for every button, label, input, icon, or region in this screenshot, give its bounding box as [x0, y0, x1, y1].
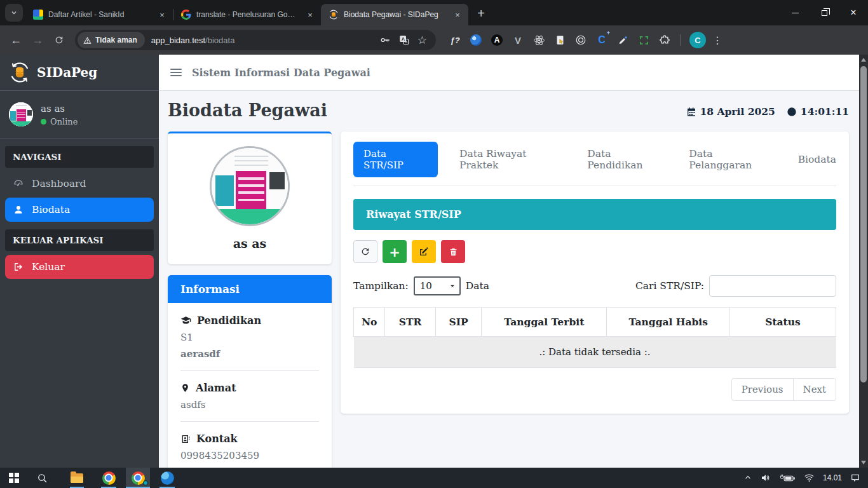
back-button[interactable]: ← [6, 30, 25, 50]
taskbar-chrome-2-active[interactable] [126, 468, 150, 488]
delete-button[interactable] [441, 240, 465, 263]
sidebar-item-biodata[interactable]: Biodata [5, 198, 154, 222]
online-status-dot [41, 119, 46, 125]
col-status[interactable]: Status [729, 308, 836, 337]
user-avatar[interactable] [9, 102, 33, 126]
sidebar-item-logout[interactable]: Keluar [5, 255, 154, 279]
vue-devtools-icon[interactable]: V [512, 34, 524, 46]
app-sidebar: SIDaPeg as as Online NAVIGASI Dashboard [0, 55, 159, 468]
wifi-icon[interactable] [804, 473, 815, 483]
extensions-puzzle-icon[interactable] [658, 34, 671, 46]
app-title: Sistem Informasi Data Pegawai [192, 67, 370, 79]
col-sip[interactable]: SIP [436, 308, 482, 337]
col-no[interactable]: No [354, 308, 385, 337]
page-ruler-icon[interactable] [553, 34, 566, 46]
plus-icon: + [389, 244, 400, 260]
taskbar-search-button[interactable] [28, 468, 56, 488]
col-tanggal-terbit[interactable]: Tanggal Terbit [482, 308, 607, 337]
tab-close-icon[interactable]: × [452, 9, 463, 20]
toolbar-separator [680, 34, 681, 46]
current-date: 18 April 2025 [700, 105, 775, 118]
browser-toolbar: ← → Tidak aman app_bidan.test/biodata A … [0, 25, 868, 55]
logout-icon [13, 261, 24, 273]
refresh-button[interactable] [353, 240, 377, 263]
contact-phone: 0998435203459 [180, 450, 319, 461]
search-icon [37, 473, 48, 484]
add-button[interactable]: + [383, 240, 407, 263]
target-extension-icon[interactable] [574, 34, 587, 46]
eyedropper-icon[interactable] [616, 34, 629, 46]
colorzilla-icon[interactable]: C [595, 34, 608, 46]
new-tab-button[interactable]: + [472, 4, 490, 22]
window-controls: × [780, 0, 868, 25]
translate-icon[interactable]: A [398, 34, 410, 46]
action-center-icon[interactable] [850, 473, 860, 483]
search-input[interactable] [709, 275, 836, 297]
tab-data-riwayat-praktek[interactable]: Data Riwayat Praktek [459, 148, 566, 171]
browser-tab-active[interactable]: Biodata Pegawai - SIDaPeg × [321, 4, 468, 25]
tab-title: translate - Penelusuran Google [196, 10, 299, 19]
address-value: asdfs [180, 399, 319, 410]
user-name[interactable]: as as [41, 103, 78, 114]
education-label: Pendidikan [197, 315, 261, 327]
tab-data-pelanggaran[interactable]: Data Pelanggaran [689, 148, 776, 171]
col-tanggal-habis[interactable]: Tanggal Habis [607, 308, 730, 337]
browser-tab-2[interactable]: translate - Penelusuran Google × [173, 4, 321, 25]
taskbar: 14.01 [0, 468, 868, 488]
edit-button[interactable] [412, 240, 436, 263]
minimize-button[interactable] [780, 0, 810, 25]
tab-data-pendidikan[interactable]: Data Pendidikan [587, 148, 667, 171]
function-extension-icon[interactable]: ƒ? [449, 34, 461, 46]
page-size-select[interactable]: 10 [414, 276, 461, 295]
brand[interactable]: SIDaPeg [0, 55, 159, 91]
password-key-icon[interactable] [379, 34, 391, 46]
sidapeg-favicon [329, 10, 339, 20]
dashboard-gauge-icon [13, 178, 24, 189]
browser-profile-avatar[interactable]: C [689, 32, 706, 48]
hamburger-menu-icon[interactable] [170, 67, 182, 78]
sidebar-item-dashboard[interactable]: Dashboard [5, 172, 154, 196]
bookmark-star-icon[interactable]: ☆ [417, 34, 427, 47]
taskbar-clock[interactable]: 14.01 [823, 473, 842, 482]
profile-photo[interactable] [210, 146, 290, 226]
a-circle-extension-icon[interactable]: A [491, 34, 503, 46]
scroll-up-arrow[interactable] [859, 55, 868, 65]
page-scrollbar[interactable] [859, 55, 868, 468]
system-tray: 14.01 [743, 468, 868, 488]
battery-icon[interactable] [779, 473, 796, 483]
previous-button[interactable]: Previous [731, 378, 794, 401]
swirl-extension-icon[interactable] [470, 34, 482, 46]
start-button[interactable] [0, 468, 28, 488]
taskbar-blue-app[interactable] [155, 468, 179, 488]
tray-chevron-up-icon[interactable] [743, 473, 752, 482]
url-path: /biodata [205, 36, 234, 45]
volume-icon[interactable] [761, 473, 771, 483]
tab-search-button[interactable] [5, 4, 23, 22]
taskbar-explorer[interactable] [65, 468, 89, 488]
restore-button[interactable] [810, 0, 839, 25]
education-institution: aerasdf [180, 348, 319, 360]
tab-data-str-sip[interactable]: Data STR/SIP [353, 142, 438, 177]
browser-tab-1[interactable]: Daftar Artikel - SanikId × [25, 4, 173, 25]
browser-menu-button[interactable]: ⋮ [711, 34, 724, 46]
scroll-down-arrow[interactable] [859, 458, 868, 468]
tab-close-icon[interactable]: × [156, 9, 168, 20]
tab-biodata[interactable]: Biodata [798, 154, 836, 165]
react-devtools-icon[interactable] [532, 34, 545, 46]
forward-button[interactable]: → [28, 30, 47, 50]
selection-corners-icon[interactable] [637, 34, 650, 46]
show-suffix: Data [466, 280, 489, 292]
scrollbar-thumb[interactable] [860, 66, 867, 383]
security-badge[interactable]: Tidak aman [78, 32, 145, 48]
chevron-down-icon [449, 283, 456, 289]
close-button[interactable]: × [839, 0, 868, 25]
person-icon [13, 204, 24, 215]
next-button[interactable]: Next [793, 378, 837, 401]
taskbar-chrome-1[interactable] [97, 468, 121, 488]
refresh-icon [360, 247, 370, 257]
col-str[interactable]: STR [385, 308, 436, 337]
reload-button[interactable] [50, 30, 69, 50]
address-bar[interactable]: Tidak aman app_bidan.test/biodata A ☆ [75, 30, 436, 50]
tab-close-icon[interactable]: × [304, 9, 316, 20]
folder-icon [71, 473, 83, 483]
